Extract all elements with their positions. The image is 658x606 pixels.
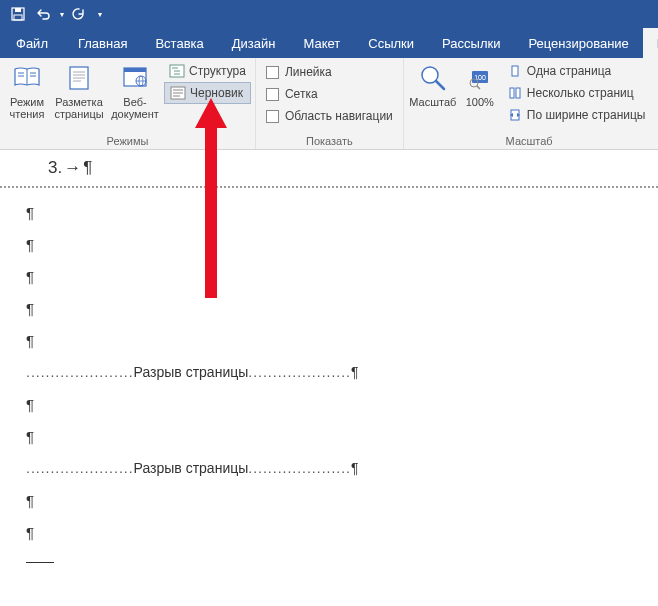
print-layout-icon (63, 62, 95, 94)
zoom-100-label: 100% (466, 96, 494, 108)
checkbox-icon (266, 66, 279, 79)
group-show: Линейка Сетка Область навигации Показать (256, 58, 404, 149)
svg-line-27 (436, 81, 444, 89)
empty-paragraph: ¶ (0, 324, 658, 356)
paragraph-mark-icon: ¶ (351, 460, 359, 476)
tab-design[interactable]: Дизайн (218, 28, 290, 58)
one-page-button[interactable]: Одна страница (502, 60, 651, 82)
zoom-label: Масштаб (409, 96, 456, 108)
web-layout-icon (119, 62, 151, 94)
svg-rect-32 (512, 66, 518, 76)
page-break-marker: ......................Разрыв страницы...… (0, 362, 658, 382)
group-zoom-label: Масштаб (408, 133, 651, 149)
svg-rect-34 (516, 88, 520, 98)
tab-home[interactable]: Главная (64, 28, 141, 58)
gridlines-checkbox[interactable]: Сетка (266, 84, 393, 104)
group-show-label: Показать (260, 133, 399, 149)
qat-customize-icon[interactable]: ▾ (98, 10, 102, 19)
multi-page-button[interactable]: Несколько страниц (502, 82, 651, 104)
multi-page-label: Несколько страниц (527, 86, 634, 100)
zoom-icon (417, 62, 449, 94)
page-break-marker: ......................Разрыв страницы...… (0, 458, 658, 478)
save-button[interactable] (6, 2, 30, 26)
web-layout-label: Веб- документ (111, 96, 159, 120)
outline-label: Структура (189, 64, 246, 78)
one-page-icon (507, 63, 523, 79)
svg-rect-1 (15, 8, 21, 12)
redo-button[interactable] (66, 2, 90, 26)
paragraph-mark-icon: ¶ (26, 524, 34, 541)
paragraph-mark-icon: ¶ (83, 158, 92, 178)
svg-rect-14 (124, 68, 146, 72)
undo-button[interactable] (32, 2, 56, 26)
draft-label: Черновик (190, 86, 243, 100)
empty-paragraph: ¶ (0, 292, 658, 324)
tab-view[interactable]: Вид (643, 28, 658, 58)
page-width-label: По ширине страницы (527, 108, 646, 122)
paragraph-mark-icon: ¶ (26, 492, 34, 509)
paragraph-mark-icon: ¶ (26, 204, 34, 221)
group-views-label: Режимы (4, 133, 251, 149)
tab-file[interactable]: Файл (0, 28, 64, 58)
footnote-separator (26, 562, 54, 563)
multi-page-icon (507, 85, 523, 101)
ribbon-tabs: Файл Главная Вставка Дизайн Макет Ссылки… (0, 28, 658, 58)
svg-rect-2 (14, 15, 22, 20)
paragraph-mark-icon: ¶ (26, 396, 34, 413)
page-width-button[interactable]: По ширине страницы (502, 104, 651, 126)
numbered-line: 3.→¶ (0, 158, 658, 178)
empty-paragraph: ¶ (0, 228, 658, 260)
checkbox-icon (266, 88, 279, 101)
paragraph-mark-icon: ¶ (26, 428, 34, 445)
empty-paragraph: ¶ (0, 196, 658, 228)
tab-mailings[interactable]: Рассылки (428, 28, 514, 58)
group-views: Режим чтения Разметка страницы Веб- доку… (0, 58, 256, 149)
draft-button[interactable]: Черновик (164, 82, 251, 104)
checkbox-icon (266, 110, 279, 123)
empty-paragraph: ¶ (0, 388, 658, 420)
empty-paragraph: ¶ (0, 516, 658, 548)
section-separator (0, 186, 658, 188)
read-mode-icon (11, 62, 43, 94)
read-mode-label: Режим чтения (10, 96, 45, 120)
web-layout-button[interactable]: Веб- документ (108, 60, 162, 122)
zoom-100-icon: 100 (464, 62, 496, 94)
read-mode-button[interactable]: Режим чтения (4, 60, 50, 122)
tab-references[interactable]: Ссылки (354, 28, 428, 58)
tab-layout[interactable]: Макет (289, 28, 354, 58)
paragraph-mark-icon: ¶ (26, 300, 34, 317)
ruler-label: Линейка (285, 65, 332, 79)
paragraph-mark-icon: ¶ (26, 236, 34, 253)
group-zoom: Масштаб 100 100% Одна страница Несколько… (404, 58, 655, 149)
paragraph-mark-icon: ¶ (26, 332, 34, 349)
empty-paragraph: ¶ (0, 420, 658, 452)
navpane-label: Область навигации (285, 109, 393, 123)
zoom-button[interactable]: Масштаб (408, 60, 458, 110)
empty-paragraph: ¶ (0, 260, 658, 292)
one-page-label: Одна страница (527, 64, 611, 78)
svg-rect-33 (510, 88, 514, 98)
ribbon-content: Режим чтения Разметка страницы Веб- доку… (0, 58, 658, 150)
paragraph-mark-icon: ¶ (26, 268, 34, 285)
draft-icon (170, 85, 186, 101)
page-width-icon (507, 107, 523, 123)
ruler-checkbox[interactable]: Линейка (266, 62, 393, 82)
outline-button[interactable]: Структура (164, 60, 251, 82)
zoom-100-button[interactable]: 100 100% (460, 60, 500, 110)
tab-review[interactable]: Рецензирование (514, 28, 642, 58)
undo-dropdown-icon[interactable]: ▾ (60, 10, 64, 19)
navpane-checkbox[interactable]: Область навигации (266, 106, 393, 126)
outline-icon (169, 63, 185, 79)
gridlines-label: Сетка (285, 87, 318, 101)
print-layout-button[interactable]: Разметка страницы (52, 60, 106, 122)
tab-insert[interactable]: Вставка (141, 28, 217, 58)
empty-paragraph: ¶ (0, 484, 658, 516)
quick-access-toolbar: ▾ ▾ (0, 0, 658, 28)
svg-line-31 (477, 86, 480, 89)
paragraph-mark-icon: ¶ (351, 364, 359, 380)
print-layout-label: Разметка страницы (54, 96, 103, 120)
document-area[interactable]: 3.→¶ ¶ ¶ ¶ ¶ ¶ ......................Раз… (0, 150, 658, 563)
